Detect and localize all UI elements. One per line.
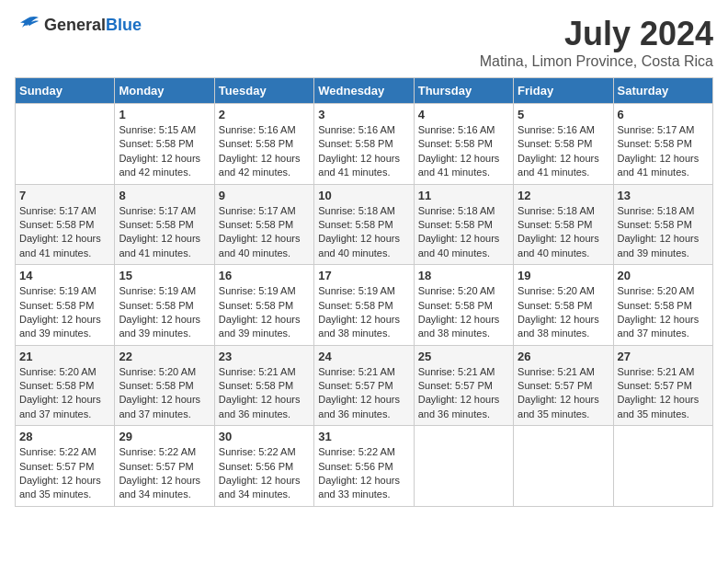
day-info: Sunrise: 5:22 AM Sunset: 5:57 PM Dayligh…	[119, 445, 210, 502]
calendar-cell	[16, 104, 115, 185]
day-number: 16	[219, 269, 310, 282]
day-info: Sunrise: 5:20 AM Sunset: 5:58 PM Dayligh…	[618, 284, 709, 341]
calendar-header: SundayMondayTuesdayWednesdayThursdayFrid…	[16, 78, 713, 104]
calendar-cell: 16Sunrise: 5:19 AM Sunset: 5:58 PM Dayli…	[214, 265, 313, 346]
day-info: Sunrise: 5:20 AM Sunset: 5:58 PM Dayligh…	[119, 365, 210, 422]
day-number: 15	[119, 269, 210, 282]
day-info: Sunrise: 5:18 AM Sunset: 5:58 PM Dayligh…	[518, 204, 609, 261]
header-cell-tuesday: Tuesday	[214, 78, 313, 104]
logo-text-blue: Blue	[106, 16, 142, 35]
day-number: 17	[318, 269, 409, 282]
day-number: 14	[19, 269, 110, 282]
day-number: 5	[518, 108, 609, 121]
calendar-cell: 23Sunrise: 5:21 AM Sunset: 5:58 PM Dayli…	[214, 345, 313, 426]
day-number: 7	[19, 189, 110, 202]
calendar-cell: 19Sunrise: 5:20 AM Sunset: 5:58 PM Dayli…	[514, 265, 613, 346]
calendar-cell: 31Sunrise: 5:22 AM Sunset: 5:56 PM Dayli…	[314, 426, 414, 507]
calendar-cell: 14Sunrise: 5:19 AM Sunset: 5:58 PM Dayli…	[16, 265, 115, 346]
day-number: 8	[119, 189, 210, 202]
day-info: Sunrise: 5:20 AM Sunset: 5:58 PM Dayligh…	[518, 284, 609, 341]
day-info: Sunrise: 5:19 AM Sunset: 5:58 PM Dayligh…	[19, 284, 110, 341]
calendar-cell: 2Sunrise: 5:16 AM Sunset: 5:58 PM Daylig…	[214, 104, 313, 185]
calendar-cell: 11Sunrise: 5:18 AM Sunset: 5:58 PM Dayli…	[414, 184, 513, 265]
calendar-cell: 18Sunrise: 5:20 AM Sunset: 5:58 PM Dayli…	[414, 265, 513, 346]
header-cell-thursday: Thursday	[414, 78, 513, 104]
day-number: 9	[219, 189, 310, 202]
day-info: Sunrise: 5:22 AM Sunset: 5:57 PM Dayligh…	[19, 445, 110, 502]
day-number: 6	[618, 108, 709, 121]
week-row: 7Sunrise: 5:17 AM Sunset: 5:58 PM Daylig…	[16, 184, 713, 265]
calendar-cell: 8Sunrise: 5:17 AM Sunset: 5:58 PM Daylig…	[115, 184, 214, 265]
day-info: Sunrise: 5:17 AM Sunset: 5:58 PM Dayligh…	[119, 204, 210, 261]
day-info: Sunrise: 5:21 AM Sunset: 5:57 PM Dayligh…	[318, 365, 409, 422]
day-info: Sunrise: 5:16 AM Sunset: 5:58 PM Dayligh…	[418, 123, 509, 180]
calendar-cell: 13Sunrise: 5:18 AM Sunset: 5:58 PM Dayli…	[613, 184, 712, 265]
day-info: Sunrise: 5:18 AM Sunset: 5:58 PM Dayligh…	[418, 204, 509, 261]
calendar-cell: 30Sunrise: 5:22 AM Sunset: 5:56 PM Dayli…	[214, 426, 313, 507]
day-number: 30	[219, 430, 310, 443]
logo-text-general: General	[44, 16, 106, 35]
day-number: 3	[318, 108, 409, 121]
calendar-cell: 22Sunrise: 5:20 AM Sunset: 5:58 PM Dayli…	[115, 345, 214, 426]
day-number: 13	[618, 189, 709, 202]
day-number: 25	[418, 350, 509, 363]
day-info: Sunrise: 5:16 AM Sunset: 5:58 PM Dayligh…	[318, 123, 409, 180]
calendar-cell: 10Sunrise: 5:18 AM Sunset: 5:58 PM Dayli…	[314, 184, 414, 265]
calendar-cell: 29Sunrise: 5:22 AM Sunset: 5:57 PM Dayli…	[115, 426, 214, 507]
week-row: 28Sunrise: 5:22 AM Sunset: 5:57 PM Dayli…	[16, 426, 713, 507]
header-cell-saturday: Saturday	[613, 78, 712, 104]
header-cell-friday: Friday	[514, 78, 613, 104]
day-number: 10	[318, 189, 409, 202]
subtitle: Matina, Limon Province, Costa Rica	[480, 53, 713, 70]
calendar-cell: 5Sunrise: 5:16 AM Sunset: 5:58 PM Daylig…	[514, 104, 613, 185]
title-area: July 2024 Matina, Limon Province, Costa …	[480, 15, 713, 70]
header-row: SundayMondayTuesdayWednesdayThursdayFrid…	[16, 78, 713, 104]
day-info: Sunrise: 5:17 AM Sunset: 5:58 PM Dayligh…	[19, 204, 110, 261]
day-number: 4	[418, 108, 509, 121]
day-info: Sunrise: 5:21 AM Sunset: 5:57 PM Dayligh…	[518, 365, 609, 422]
day-info: Sunrise: 5:19 AM Sunset: 5:58 PM Dayligh…	[219, 284, 310, 341]
day-info: Sunrise: 5:20 AM Sunset: 5:58 PM Dayligh…	[19, 365, 110, 422]
day-number: 1	[119, 108, 210, 121]
calendar-cell: 26Sunrise: 5:21 AM Sunset: 5:57 PM Dayli…	[514, 345, 613, 426]
week-row: 1Sunrise: 5:15 AM Sunset: 5:58 PM Daylig…	[16, 104, 713, 185]
header-cell-monday: Monday	[115, 78, 214, 104]
calendar-cell: 7Sunrise: 5:17 AM Sunset: 5:58 PM Daylig…	[16, 184, 115, 265]
day-info: Sunrise: 5:22 AM Sunset: 5:56 PM Dayligh…	[219, 445, 310, 502]
calendar-cell: 9Sunrise: 5:17 AM Sunset: 5:58 PM Daylig…	[214, 184, 313, 265]
day-number: 27	[618, 350, 709, 363]
calendar-cell	[514, 426, 613, 507]
calendar-cell: 21Sunrise: 5:20 AM Sunset: 5:58 PM Dayli…	[16, 345, 115, 426]
calendar-cell: 27Sunrise: 5:21 AM Sunset: 5:57 PM Dayli…	[613, 345, 712, 426]
calendar-table: SundayMondayTuesdayWednesdayThursdayFrid…	[15, 77, 713, 507]
day-number: 18	[418, 269, 509, 282]
day-number: 22	[119, 350, 210, 363]
calendar-cell	[414, 426, 513, 507]
day-info: Sunrise: 5:16 AM Sunset: 5:58 PM Dayligh…	[518, 123, 609, 180]
day-number: 28	[19, 430, 110, 443]
day-number: 29	[119, 430, 210, 443]
day-info: Sunrise: 5:20 AM Sunset: 5:58 PM Dayligh…	[418, 284, 509, 341]
logo-icon	[15, 15, 40, 35]
calendar-cell: 20Sunrise: 5:20 AM Sunset: 5:58 PM Dayli…	[613, 265, 712, 346]
day-info: Sunrise: 5:15 AM Sunset: 5:58 PM Dayligh…	[119, 123, 210, 180]
day-info: Sunrise: 5:16 AM Sunset: 5:58 PM Dayligh…	[219, 123, 310, 180]
day-info: Sunrise: 5:17 AM Sunset: 5:58 PM Dayligh…	[219, 204, 310, 261]
day-info: Sunrise: 5:17 AM Sunset: 5:58 PM Dayligh…	[618, 123, 709, 180]
day-info: Sunrise: 5:21 AM Sunset: 5:57 PM Dayligh…	[418, 365, 509, 422]
week-row: 14Sunrise: 5:19 AM Sunset: 5:58 PM Dayli…	[16, 265, 713, 346]
day-info: Sunrise: 5:19 AM Sunset: 5:58 PM Dayligh…	[119, 284, 210, 341]
day-number: 26	[518, 350, 609, 363]
day-number: 31	[318, 430, 409, 443]
calendar-body: 1Sunrise: 5:15 AM Sunset: 5:58 PM Daylig…	[16, 104, 713, 507]
day-info: Sunrise: 5:22 AM Sunset: 5:56 PM Dayligh…	[318, 445, 409, 502]
calendar-cell: 25Sunrise: 5:21 AM Sunset: 5:57 PM Dayli…	[414, 345, 513, 426]
calendar-cell: 28Sunrise: 5:22 AM Sunset: 5:57 PM Dayli…	[16, 426, 115, 507]
day-info: Sunrise: 5:18 AM Sunset: 5:58 PM Dayligh…	[318, 204, 409, 261]
day-number: 19	[518, 269, 609, 282]
logo: GeneralBlue	[15, 15, 142, 35]
week-row: 21Sunrise: 5:20 AM Sunset: 5:58 PM Dayli…	[16, 345, 713, 426]
header-cell-sunday: Sunday	[16, 78, 115, 104]
day-info: Sunrise: 5:21 AM Sunset: 5:58 PM Dayligh…	[219, 365, 310, 422]
day-info: Sunrise: 5:21 AM Sunset: 5:57 PM Dayligh…	[618, 365, 709, 422]
